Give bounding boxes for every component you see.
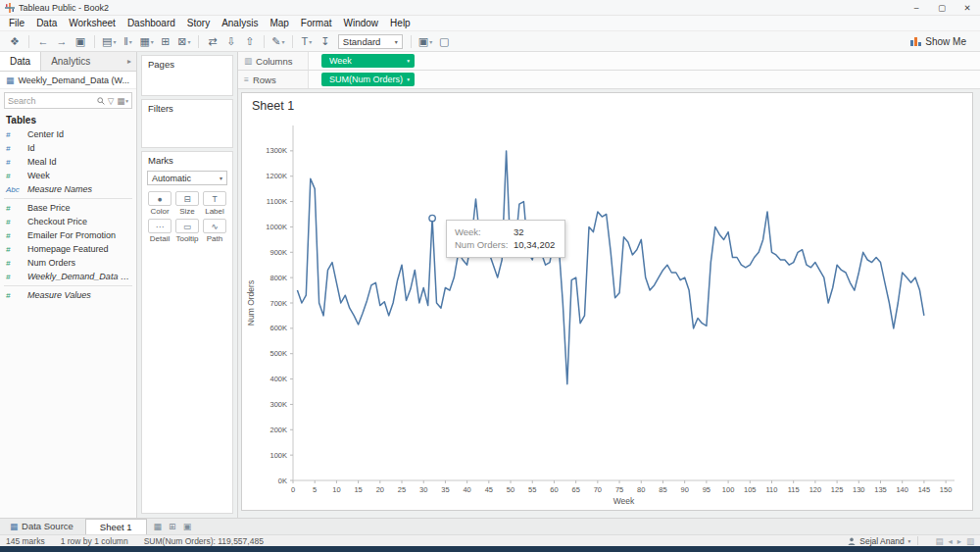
data-source-item[interactable]: ▦ Weekly_Demand_Data (W... [0,72,136,89]
show-filmstrip-icon[interactable]: ▥ [966,536,974,546]
field-num-orders[interactable]: #Num Orders [0,256,136,270]
duplicate-sheet-button[interactable]: ⊞ [157,33,174,50]
mark-button-size[interactable]: ⊟Size [174,191,200,216]
menu-data[interactable]: Data [30,16,63,31]
menu-analysis[interactable]: Analysis [216,16,264,31]
field-name: Base Price [27,203,71,213]
new-worksheet-tab-button[interactable]: ▦ [152,522,165,531]
menu-window[interactable]: Window [338,16,385,31]
tab-data[interactable]: Data [0,52,41,71]
field-meal-id[interactable]: #Meal Id [0,155,136,169]
color-icon: ● [148,191,172,206]
new-data-source-button[interactable]: ▤▾ [100,33,118,50]
sheet-title[interactable]: Sheet 1 [242,93,972,118]
field-measure-values[interactable]: #Measure Values [0,288,136,302]
chart-area[interactable]: 0510152025303540455055606570758085909510… [242,118,972,510]
fix-axes-button[interactable]: ↧ [317,33,334,50]
rows-shelf[interactable]: ≡ Rows SUM(Num Orders) ▾ [238,71,980,89]
field-center-id[interactable]: #Center Id [0,127,136,141]
title-bar: Tableau Public - Book2 – ▢ ✕ [0,0,980,16]
mark-button-color[interactable]: ●Color [147,191,172,216]
minimize-button[interactable]: – [904,0,929,16]
menu-file[interactable]: File [3,16,30,31]
show-me-button[interactable]: Show Me [903,33,974,50]
svg-text:85: 85 [659,485,666,494]
field-emailer-for-promotion[interactable]: #Emailer For Promotion [0,228,136,242]
pages-shelf-label: Pages [142,56,232,73]
sort-ascending-button[interactable]: ⇩ [222,33,240,50]
svg-text:100K: 100K [270,451,287,460]
tableau-logo-icon [5,3,15,13]
save-button[interactable]: ▣ [72,33,89,50]
svg-text:30: 30 [419,485,427,494]
menu-map[interactable]: Map [264,16,294,31]
mark-button-path[interactable]: ∿Path [202,219,227,243]
field-id[interactable]: #Id [0,141,136,155]
rows-shelf-label: ≡ Rows [238,71,309,88]
size-icon: ⊟ [175,191,199,206]
close-button[interactable]: ✕ [955,0,980,16]
new-dashboard-tab-button[interactable]: ⊞ [167,522,178,531]
search-icon[interactable] [97,97,105,105]
new-worksheet-button[interactable]: ▦▾ [137,33,155,50]
cell-size-button[interactable]: ▣▾ [416,33,434,50]
pill-sum-num-orders[interactable]: SUM(Num Orders) ▾ [321,73,415,86]
pause-auto-updates-button[interactable]: ‖▾ [119,33,136,50]
chevron-down-icon: ▾ [309,38,312,45]
user-menu[interactable]: Sejal Anand ▾ [848,536,910,546]
pages-shelf[interactable]: Pages [141,55,233,96]
data-source-tab[interactable]: ▦ Data Source [0,518,83,534]
mark-button-detail[interactable]: ⋯Detail [147,219,172,243]
svg-text:15: 15 [354,485,362,494]
filters-shelf[interactable]: Filters [141,99,233,148]
field-homepage-featured[interactable]: #Homepage Featured [0,242,136,256]
next-sheet-icon[interactable]: ▸ [957,536,961,546]
field-base-price[interactable]: #Base Price [0,201,136,215]
presentation-mode-button[interactable]: ▢ [435,33,453,50]
tab-analytics[interactable]: Analytics [41,52,100,71]
clear-sheet-button[interactable]: ⊠▾ [175,33,193,50]
field-weekly-demand-data-count[interactable]: #Weekly_Demand_Data (Co... [0,270,136,283]
redo-button[interactable]: → [53,33,71,50]
menu-worksheet[interactable]: Worksheet [63,16,122,31]
previous-sheet-icon[interactable]: ◂ [948,536,952,546]
menu-story[interactable]: Story [181,16,216,31]
tab-sheet-1[interactable]: Sheet 1 [85,519,147,534]
menu-format[interactable]: Format [295,16,338,31]
tooltip-week-value: 32 [514,226,524,238]
search-input[interactable] [8,96,94,106]
sort-descending-button[interactable]: ⇧ [241,33,259,50]
undo-button[interactable]: ← [34,33,52,50]
mark-button-label[interactable]: TLabel [202,191,227,216]
mark-button-label: Detail [150,234,170,243]
field-week[interactable]: #Week [0,169,136,182]
columns-shelf-area[interactable]: Week ▾ [309,52,980,70]
rows-shelf-area[interactable]: SUM(Num Orders) ▾ [309,71,980,88]
highlight-button[interactable]: ✎▾ [270,33,287,50]
field-checkout-price[interactable]: #Checkout Price [0,215,136,228]
mark-button-tooltip[interactable]: ▭Tooltip [174,219,200,243]
tableau-home-button[interactable]: ❖ [6,33,24,50]
view-options-icon[interactable]: ▦▾ [117,96,128,106]
mark-button-label: Color [150,207,169,216]
marks-count: 145 marks [6,536,45,546]
pill-week-text: Week [329,56,407,66]
mark-type-dropdown[interactable]: Automatic ▾ [147,171,227,185]
fit-dropdown[interactable]: Standard▾ [338,34,403,49]
field-measure-names[interactable]: AbcMeasure Names [0,182,136,196]
line-chart[interactable]: 0510152025303540455055606570758085909510… [242,118,972,510]
maximize-button[interactable]: ▢ [929,0,955,16]
swap-rows-columns-icon: ⇄ [208,35,217,48]
columns-shelf[interactable]: ▥ Columns Week ▾ [238,52,980,71]
swap-rows-columns-button[interactable]: ⇄ [204,33,221,50]
filter-funnel-icon[interactable]: ▽ [108,96,115,106]
menu-dashboard[interactable]: Dashboard [122,16,181,31]
show-mark-labels-button[interactable]: T▾ [298,33,316,50]
pill-week[interactable]: Week ▾ [321,54,415,68]
new-story-tab-button[interactable]: ▣ [181,522,194,531]
columns-icon: ▥ [244,56,252,66]
menu-help[interactable]: Help [384,16,416,31]
pane-options-icon[interactable]: ▸ [122,52,136,71]
show-sheet-sorter-icon[interactable]: ▤ [935,536,943,546]
canvas: ▥ Columns Week ▾ ≡ Rows SUM(Num O [238,52,980,518]
